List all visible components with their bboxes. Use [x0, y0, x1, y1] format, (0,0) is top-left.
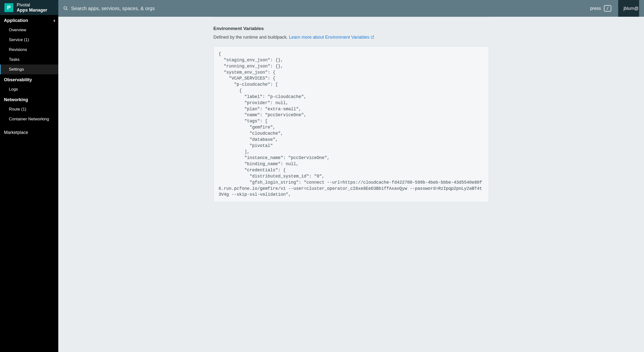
nav-section-observability[interactable]: Observability — [0, 74, 58, 84]
brand-text: Pivotal Apps Manager — [17, 3, 47, 13]
topbar-right: press / — [590, 5, 611, 12]
sidebar-item-settings[interactable]: Settings — [0, 65, 58, 74]
kbd-hint: / — [604, 5, 611, 12]
sidebar-item-service[interactable]: Service (1) — [0, 35, 58, 45]
collapse-icon[interactable]: ‹‹ — [54, 18, 54, 23]
press-label: press — [590, 6, 601, 11]
user-label: jblum@ — [624, 6, 638, 11]
sidebar-item-container-networking[interactable]: Container Networking — [0, 114, 58, 124]
brand-header[interactable]: P Pivotal Apps Manager — [0, 0, 58, 15]
content-scroll[interactable]: Environment Variables Defined by the run… — [58, 17, 644, 352]
sidebar-item-route[interactable]: Route (1) — [0, 104, 58, 114]
search-input[interactable]: Search apps, services, spaces, & orgs — [63, 6, 587, 11]
subtitle-text: Defined by the runtime and buildpack. — [214, 35, 289, 40]
svg-point-0 — [64, 7, 67, 10]
main-column: Search apps, services, spaces, & orgs pr… — [58, 0, 644, 352]
learn-more-text: Learn more about Environment Variables — [289, 35, 370, 40]
section-divider — [214, 17, 489, 17]
external-link-icon — [370, 35, 374, 40]
section-title: Environment Variables — [214, 26, 489, 31]
nav-section-application[interactable]: Application ‹‹ — [0, 15, 58, 25]
sidebar-item-tasks[interactable]: Tasks — [0, 55, 58, 65]
user-menu[interactable]: jblum@ — [618, 0, 639, 17]
nav-section-label: Observability — [4, 77, 32, 83]
sidebar-item-overview[interactable]: Overview — [0, 25, 58, 35]
brand-line2: Apps Manager — [17, 8, 47, 13]
search-icon — [63, 6, 68, 11]
nav-section-networking[interactable]: Networking — [0, 94, 58, 104]
section-subtitle: Defined by the runtime and buildpack. Le… — [214, 35, 489, 40]
sidebar-item-revisions[interactable]: Revisions — [0, 45, 58, 55]
nav-section-label: Application — [4, 18, 28, 23]
sidebar: P Pivotal Apps Manager Application ‹‹ Ov… — [0, 0, 58, 352]
search-placeholder: Search apps, services, spaces, & orgs — [71, 6, 155, 11]
env-json-panel[interactable]: { "staging_env_json": {}, "running_env_j… — [214, 46, 489, 202]
nav-section-label: Networking — [4, 97, 28, 102]
topbar: Search apps, services, spaces, & orgs pr… — [58, 0, 644, 17]
sidebar-item-logs[interactable]: Logs — [0, 84, 58, 94]
brand-line1: Pivotal — [17, 3, 47, 8]
brand-logo: P — [4, 3, 13, 12]
learn-more-link[interactable]: Learn more about Environment Variables — [289, 35, 374, 40]
svg-line-1 — [66, 9, 68, 10]
sidebar-item-marketplace[interactable]: Marketplace — [0, 127, 58, 137]
